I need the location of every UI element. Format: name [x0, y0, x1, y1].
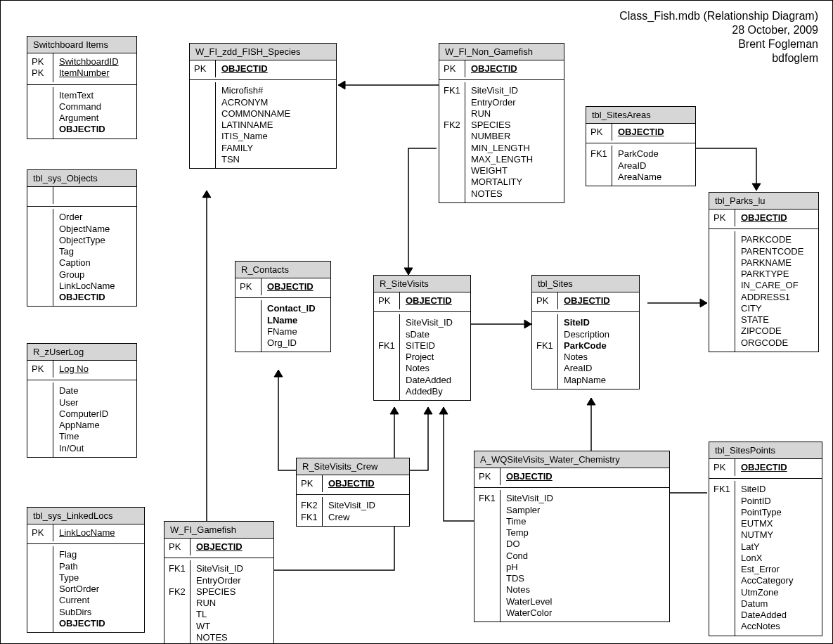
field-label: LonX [741, 553, 793, 564]
field-label: Temp [506, 527, 553, 539]
field-label: SiteVisit_ID [506, 493, 553, 504]
field-column: ParkCodeAreaIDAreaName [612, 146, 667, 186]
field-label: SITEID [406, 340, 453, 352]
key-label: PK [32, 67, 49, 79]
entity-tbl-sys-objects: tbl_sys_Objects OrderObjectNameObjectTyp… [27, 169, 137, 307]
field-column: SiteVisit_IDEntryOrderRUNSPECIESNUMBERMI… [465, 82, 538, 202]
entity-section: FK1 FK2 SiteVisit_IDEntryOrderRUNSPECIES… [439, 79, 564, 202]
svg-marker-13 [390, 407, 399, 414]
title-line-3: Brent Fogleman [619, 37, 818, 51]
field-label: PARKTYPE [741, 269, 803, 280]
field-label: ITIS_Name [221, 131, 290, 142]
key-label [32, 190, 49, 201]
key-label [240, 337, 257, 349]
field-label: Sampler [506, 505, 553, 516]
key-label [194, 120, 211, 131]
field-label: SwitchboardID [59, 56, 119, 67]
field-label: Log No [59, 363, 89, 375]
key-label [32, 618, 49, 629]
field-column: SiteVisit_IDsDateSITEIDProjectNotesDateA… [400, 314, 458, 400]
entity-tbl-sites: tbl_SitesPKOBJECTID FK1 SiteIDDescriptio… [531, 275, 640, 389]
field-column: OBJECTID [261, 278, 319, 295]
field-label: MORTALITY [471, 176, 533, 188]
entity-section: FK1 ParkCodeAreaIDAreaName [586, 143, 695, 186]
key-label: FK1 [444, 85, 460, 96]
key-label [713, 314, 730, 326]
svg-marker-10 [439, 407, 448, 414]
key-label [444, 188, 460, 200]
key-label [713, 610, 730, 621]
field-column: SiteIDDescriptionParkCodeNotesAreaIDMapN… [558, 314, 615, 389]
key-label [378, 317, 395, 328]
field-label: DateAdded [406, 375, 453, 386]
key-label: PK [32, 527, 49, 539]
field-label: Crew [328, 512, 375, 523]
field-label: OBJECTID [506, 471, 553, 482]
field-label: Current [59, 595, 105, 606]
field-label: Type [59, 572, 105, 584]
key-label [169, 609, 186, 620]
key-label [713, 529, 730, 541]
key-label [32, 257, 49, 269]
field-label: WEIGHT [471, 165, 533, 176]
key-column: FK1 [532, 314, 558, 389]
field-label: FName [267, 326, 316, 337]
svg-marker-8 [752, 183, 761, 191]
entity-header: R_zUserLog [27, 344, 136, 361]
field-column: SiteVisit_IDEntryOrderSPECIESRUNTLWTNOTE… [191, 560, 249, 644]
key-column: PK [474, 468, 501, 485]
key-label [713, 280, 730, 291]
key-label [713, 587, 730, 598]
field-label: OBJECTID [267, 281, 314, 292]
entity-section: PKOBJECTID [709, 210, 818, 226]
key-label [32, 420, 49, 431]
field-label: TSN [221, 154, 290, 165]
key-label [32, 385, 49, 397]
key-label: FK1 [479, 493, 496, 504]
svg-marker-3 [404, 268, 413, 275]
key-label [713, 553, 730, 564]
key-label [444, 97, 460, 108]
entity-header: tbl_sys_Objects [27, 170, 136, 187]
entity-header: A_WQSiteVisits_Water_Chemistry [474, 451, 669, 468]
entity-tbl-sitesareas: tbl_SitesAreasPKOBJECTIDFK1 ParkCodeArea… [586, 106, 696, 186]
field-column: Contact_IDLNameFNameOrg_ID [261, 300, 321, 352]
key-label [479, 596, 496, 607]
field-label: ADDRESS1 [741, 292, 803, 303]
key-label [32, 607, 49, 618]
key-label [536, 363, 553, 374]
field-label: ComputerID [59, 408, 108, 420]
field-label: AreaName [618, 172, 661, 183]
entity-section: PKOBJECTID [439, 60, 564, 77]
key-label [32, 269, 49, 281]
entity-tbl-parks-lu: tbl_Parks_luPKOBJECTID PARKCODEPARENTCOD… [709, 192, 819, 352]
entity-section: PKOBJECTID [532, 292, 639, 309]
field-label: ParkCode [564, 340, 609, 352]
entity-header: R_SiteVisits [374, 276, 470, 292]
key-label [169, 632, 186, 643]
entity-section: OrderObjectNameObjectTypeTagCaptionGroup… [27, 206, 136, 306]
field-label: OBJECTID [221, 63, 268, 75]
field-label: PARENTCODE [741, 246, 803, 257]
field-column: Microfish#ACRONYMCOMMONNAMELATINNAMEITIS… [216, 82, 296, 168]
field-label: OBJECTID [328, 478, 375, 489]
key-label: FK2 [301, 500, 318, 511]
entity-w-fi-non-gamefish: W_FI_Non_GamefishPKOBJECTIDFK1 FK2 SiteV… [439, 43, 564, 203]
field-label: Notes [506, 584, 553, 595]
field-column: FlagPathTypeSortOrderCurrentSubDirsOBJEC… [53, 546, 111, 632]
entity-section: FK1 FK2 SiteVisit_IDEntryOrderSPECIESRUN… [164, 558, 273, 644]
key-column: FK1 FK2 [164, 560, 191, 644]
entity-section: PKOBJECTID [474, 468, 669, 485]
key-column: PK [586, 124, 612, 141]
field-label: Cond [506, 550, 553, 562]
key-label [240, 303, 257, 314]
entity-header: W_FI_zdd_FISH_Species [190, 44, 336, 60]
field-label: Path [59, 561, 105, 572]
entity-section: FlagPathTypeSortOrderCurrentSubDirsOBJEC… [27, 543, 144, 632]
field-label: Contact_ID [267, 303, 316, 314]
field-label: NOTES [196, 632, 243, 643]
key-label [536, 352, 553, 363]
key-label: PK [590, 127, 607, 138]
key-label [32, 224, 49, 235]
key-label [32, 561, 49, 572]
